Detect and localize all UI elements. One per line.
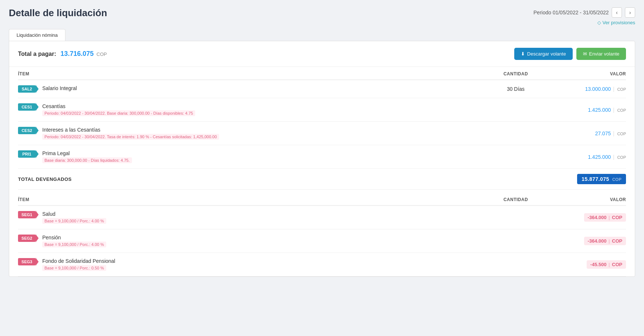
table-row: CES2 Intereses a las Cesantías Periodo: … (18, 122, 626, 145)
item-info: Fondo de Solidaridad Pensional Base = 9,… (42, 258, 115, 271)
item-info: Intereses a las Cesantías Periodo: 04/03… (42, 127, 219, 140)
badge-wrapper: SEG2 (18, 235, 36, 242)
earned-table-header: ÍTEM CANTIDAD VALOR (18, 67, 626, 80)
badge-wrapper: SEG3 (18, 258, 36, 265)
header-right: Periodo 01/05/2022 - 31/05/2022 ‹ › ◇ Ve… (533, 7, 635, 25)
item-info: Salud Base = 9,100,000 / Porc.: 4.00 % (42, 211, 106, 224)
value-cell: 13.000.000 | COP (552, 86, 626, 92)
badge-wrapper: PRI1 (18, 150, 36, 158)
badge-ces1: CES1 (18, 103, 36, 111)
value-cell: 27.075 | COP (552, 131, 626, 136)
negative-value: -45.500 | COP (587, 260, 626, 269)
periodo-row: Periodo 01/05/2022 - 31/05/2022 ‹ › (533, 7, 635, 18)
periodo-text: Periodo 01/05/2022 - 31/05/2022 (533, 10, 609, 15)
download-icon: ⬇ (521, 51, 525, 57)
diamond-icon: ◇ (597, 20, 601, 25)
item-cell: SAL2 Salario Integral (18, 85, 479, 93)
negative-value: -364.000 | COP (584, 237, 626, 245)
total-devengados-value: 15.877.075 COP (577, 174, 626, 184)
table-row: PRI1 Prima Legal Base diaria: 300,000.00… (18, 145, 626, 169)
ver-provisiones-link[interactable]: ◇ Ver provisiones (597, 20, 635, 25)
action-buttons: ⬇ Descargar volante ✉ Enviar volante (514, 48, 626, 60)
table-row: SAL2 Salario Integral 30 Días 13.000.000… (18, 80, 626, 98)
badge-seg3: SEG3 (18, 258, 36, 265)
tabs-row: Liquidación nómina (9, 29, 635, 41)
total-devengados-row: TOTAL DEVENGADOS 15.877.075 COP (18, 169, 626, 190)
item-info: Cesantías Periodo: 04/03/2022 - 30/04/20… (42, 103, 195, 116)
quantity-cell: 30 Días (479, 86, 552, 92)
value-cell: -364.000 | COP (552, 237, 626, 245)
item-info: Prima Legal Base diaria: 300,000.00 - Dí… (42, 150, 132, 163)
item-info: Salario Integral (42, 85, 77, 91)
table-row: SEG1 Salud Base = 9,100,000 / Porc.: 4.0… (18, 206, 626, 229)
item-info: Pensión Base = 9,100,000 / Porc.: 4.00 % (42, 235, 106, 247)
next-period-button[interactable]: › (625, 7, 635, 18)
item-cell: SEG2 Pensión Base = 9,100,000 / Porc.: 4… (18, 235, 479, 247)
item-cell: PRI1 Prima Legal Base diaria: 300,000.00… (18, 150, 479, 163)
item-cell: CES1 Cesantías Periodo: 04/03/2022 - 30/… (18, 103, 479, 116)
deductions-table-header: ÍTEM CANTIDAD VALOR (18, 193, 626, 206)
value-cell: -45.500 | COP (552, 260, 626, 269)
badge-seg1: SEG1 (18, 211, 36, 218)
table-row: SEG2 Pensión Base = 9,100,000 / Porc.: 4… (18, 229, 626, 253)
value-cell: 1.425.000 | COP (552, 107, 626, 113)
page-header: Detalle de liquidación Periodo 01/05/202… (9, 7, 635, 25)
table-row: SEG3 Fondo de Solidaridad Pensional Base… (18, 253, 626, 276)
badge-wrapper: CES1 (18, 103, 36, 111)
table-row: CES1 Cesantías Periodo: 04/03/2022 - 30/… (18, 98, 626, 122)
main-card: Total a pagar: 13.716.075 COP ⬇ Descarga… (9, 41, 635, 277)
email-icon: ✉ (583, 51, 587, 57)
chevron-right-icon: › (629, 10, 631, 15)
item-cell: SEG1 Salud Base = 9,100,000 / Porc.: 4.0… (18, 211, 479, 224)
item-cell: SEG3 Fondo de Solidaridad Pensional Base… (18, 258, 479, 271)
chevron-left-icon: ‹ (616, 10, 618, 15)
badge-wrapper: SEG1 (18, 211, 36, 218)
total-bar: Total a pagar: 13.716.075 COP ⬇ Descarga… (9, 41, 635, 67)
badge-seg2: SEG2 (18, 235, 36, 242)
badge-wrapper: CES2 (18, 127, 36, 134)
total-amount: Total a pagar: 13.716.075 COP (18, 50, 107, 58)
page-title: Detalle de liquidación (9, 7, 107, 19)
badge-sal2: SAL2 (18, 85, 36, 93)
badge-pri1: PRI1 (18, 150, 36, 158)
deductions-table-section: ÍTEM CANTIDAD VALOR SEG1 Salud Base = 9,… (9, 193, 635, 276)
tab-liquidacion-nomina[interactable]: Liquidación nómina (9, 29, 65, 41)
earned-table-section: ÍTEM CANTIDAD VALOR SAL2 Salario Integra… (9, 67, 635, 190)
item-cell: CES2 Intereses a las Cesantías Periodo: … (18, 127, 479, 140)
negative-value: -364.000 | COP (584, 213, 626, 222)
value-cell: -364.000 | COP (552, 213, 626, 222)
download-button[interactable]: ⬇ Descargar volante (514, 48, 573, 60)
send-button[interactable]: ✉ Enviar volante (576, 48, 626, 60)
badge-wrapper: SAL2 (18, 85, 36, 93)
prev-period-button[interactable]: ‹ (612, 7, 622, 18)
value-cell: 1.425.000 | COP (552, 154, 626, 160)
badge-ces2: CES2 (18, 127, 36, 134)
